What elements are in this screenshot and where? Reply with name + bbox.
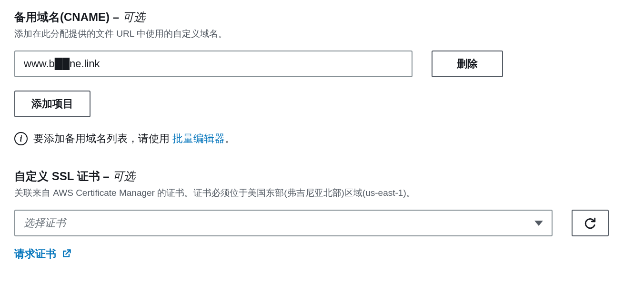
request-cert-label: 请求证书 [14, 248, 56, 260]
cname-description: 添加在此分配提供的文件 URL 中使用的自定义域名。 [14, 28, 630, 40]
ssl-cert-select[interactable]: 选择证书 [14, 210, 553, 236]
ssl-description: 关联来自 AWS Certificate Manager 的证书。证书必须位于美… [14, 187, 630, 199]
request-cert-row: 请求证书 [14, 247, 630, 261]
ssl-title-sep: – [100, 170, 113, 183]
caret-down-icon [534, 221, 543, 226]
info-icon: i [14, 132, 28, 145]
external-link-icon [62, 249, 71, 261]
cname-title-sep: – [110, 10, 122, 23]
ssl-select-placeholder: 选择证书 [24, 216, 66, 230]
cname-title-main: 备用域名(CNAME) [14, 10, 110, 23]
cname-section: 备用域名(CNAME) – 可选 添加在此分配提供的文件 URL 中使用的自定义… [14, 10, 630, 146]
bulk-editor-link[interactable]: 批量编辑器 [172, 132, 225, 144]
refresh-button[interactable] [572, 210, 609, 236]
cname-info-text: 要添加备用域名列表，请使用 批量编辑器。 [33, 132, 235, 146]
request-cert-link[interactable]: 请求证书 [14, 248, 71, 260]
ssl-title-main: 自定义 SSL 证书 [14, 170, 100, 183]
cname-info-suffix: 。 [225, 132, 235, 144]
ssl-section: 自定义 SSL 证书 – 可选 关联来自 AWS Certificate Man… [14, 169, 630, 261]
ssl-title: 自定义 SSL 证书 – 可选 [14, 169, 630, 184]
cname-info-prefix: 要添加备用域名列表，请使用 [33, 132, 172, 144]
ssl-select-row: 选择证书 [14, 210, 630, 236]
cname-title-optional: 可选 [122, 10, 145, 23]
add-item-button[interactable]: 添加项目 [14, 91, 91, 117]
cname-title: 备用域名(CNAME) – 可选 [14, 10, 630, 25]
delete-button[interactable]: 删除 [432, 51, 503, 77]
refresh-icon [584, 217, 596, 229]
cname-input[interactable] [14, 51, 413, 77]
cname-input-row: 删除 [14, 51, 630, 77]
cname-info-row: i 要添加备用域名列表，请使用 批量编辑器。 [14, 132, 630, 146]
ssl-title-optional: 可选 [112, 170, 135, 183]
